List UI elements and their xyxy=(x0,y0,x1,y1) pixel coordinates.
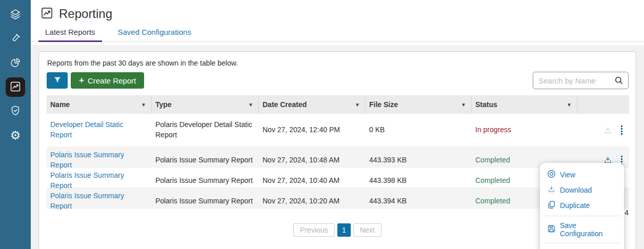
reporting-icon xyxy=(40,6,54,22)
tab-bar: Latest Reports Saved Configurations xyxy=(31,25,644,42)
pie-chart-icon xyxy=(9,56,22,70)
sort-caret-icon[interactable]: ▼ xyxy=(248,102,253,108)
create-report-label: Create Report xyxy=(88,76,136,85)
column-header-file-size[interactable]: File Size ▼ xyxy=(366,95,472,114)
sort-caret-icon[interactable]: ▼ xyxy=(461,102,466,108)
previous-page-button[interactable]: Previous xyxy=(293,223,334,237)
table-header: Name ▼ Type ▼ Date Created ▼ File Size ▼… xyxy=(47,95,629,114)
column-header-type[interactable]: Type ▼ xyxy=(152,95,259,114)
menu-item-duplicate[interactable]: Duplicate xyxy=(540,198,624,213)
sort-caret-icon[interactable]: ▼ xyxy=(141,102,146,108)
menu-divider xyxy=(544,243,620,243)
plus-icon: + xyxy=(79,75,84,86)
report-type: Polaris Issue Summary Report xyxy=(152,152,259,169)
report-date: Nov 27, 2024, 10:40 AM xyxy=(259,173,366,189)
report-size: 0 KB xyxy=(366,122,472,138)
table-row: Developer Detail Static Report Polaris D… xyxy=(47,114,629,147)
sidebar-item-settings[interactable]: ⚙ xyxy=(6,126,25,145)
sidebar-item-security[interactable] xyxy=(6,101,25,121)
column-header-date-created[interactable]: Date Created ▼ xyxy=(259,95,366,114)
report-date: Nov 27, 2024, 10:20 AM xyxy=(259,193,366,210)
sidebar-item-tests[interactable] xyxy=(6,29,25,49)
sidebar: ⚙ xyxy=(0,0,31,249)
top-band: Reporting Latest Reports Saved Configura… xyxy=(31,0,644,45)
eye-icon xyxy=(547,170,556,180)
page-head: Reporting xyxy=(40,6,112,22)
report-type: Polaris Issue Summary Report xyxy=(152,193,259,210)
report-name-link[interactable]: Polaris Issue Summary Report xyxy=(50,171,124,190)
status-badge: In progress xyxy=(472,122,577,138)
report-size: 443.393 KB xyxy=(366,152,472,169)
intro-text: Reports from the past 30 days are shown … xyxy=(47,59,238,67)
duplicate-icon xyxy=(547,200,556,211)
search-icon[interactable] xyxy=(614,75,624,87)
download-icon xyxy=(547,185,556,195)
shield-check-icon xyxy=(9,105,22,118)
report-name-link[interactable]: Polaris Issue Summary Report xyxy=(50,192,124,210)
report-date: Nov 27, 2024, 12:40 PM xyxy=(259,122,366,138)
menu-item-save-configuration[interactable]: Save Configuration xyxy=(540,219,624,240)
line-chart-icon xyxy=(9,80,22,94)
column-header-actions xyxy=(577,95,629,114)
filter-button[interactable] xyxy=(47,72,68,89)
sidebar-item-analytics[interactable] xyxy=(6,53,25,73)
column-header-name[interactable]: Name ▼ xyxy=(47,95,152,114)
tab-latest-reports[interactable]: Latest Reports xyxy=(38,25,102,42)
menu-item-view[interactable]: View xyxy=(540,167,624,182)
download-icon xyxy=(603,126,613,135)
kebab-menu-icon[interactable] xyxy=(619,125,624,136)
sort-caret-icon[interactable]: ▼ xyxy=(567,102,572,108)
sidebar-item-layers[interactable] xyxy=(6,5,25,25)
page-title: Reporting xyxy=(59,7,112,21)
layers-icon xyxy=(9,8,22,22)
report-size: 443.394 KB xyxy=(366,193,472,210)
menu-item-download[interactable]: Download xyxy=(540,182,624,198)
menu-item-delete[interactable]: Delete xyxy=(540,246,624,249)
report-size: 443.398 KB xyxy=(366,173,472,189)
next-page-button[interactable]: Next xyxy=(353,223,381,237)
sort-caret-icon[interactable]: ▼ xyxy=(355,102,360,108)
gear-icon: ⚙ xyxy=(10,130,21,141)
menu-divider xyxy=(544,216,620,216)
funnel-icon xyxy=(53,75,62,86)
report-name-link[interactable]: Polaris Issue Summary Report xyxy=(50,151,124,169)
row-actions-context-menu: View Download Duplicate Save Configurati… xyxy=(540,163,624,249)
search-container xyxy=(533,72,629,89)
column-header-status[interactable]: Status ▼ xyxy=(472,95,577,114)
save-icon xyxy=(547,224,556,235)
report-date: Nov 27, 2024, 10:48 AM xyxy=(259,152,366,169)
create-report-button[interactable]: + Create Report xyxy=(71,72,144,89)
report-type: Polaris Issue Summary Report xyxy=(152,173,259,189)
tab-saved-configurations[interactable]: Saved Configurations xyxy=(111,25,197,40)
sidebar-item-reporting[interactable] xyxy=(6,77,25,97)
reporting-app: ⚙ Reporting Latest Reports Saved Configu… xyxy=(0,0,644,249)
current-page-button[interactable]: 1 xyxy=(337,223,351,237)
test-tube-icon xyxy=(9,32,22,46)
report-name-link[interactable]: Developer Detail Static Report xyxy=(50,120,123,139)
report-type: Polaris Developer Detail Static Report xyxy=(152,117,259,143)
